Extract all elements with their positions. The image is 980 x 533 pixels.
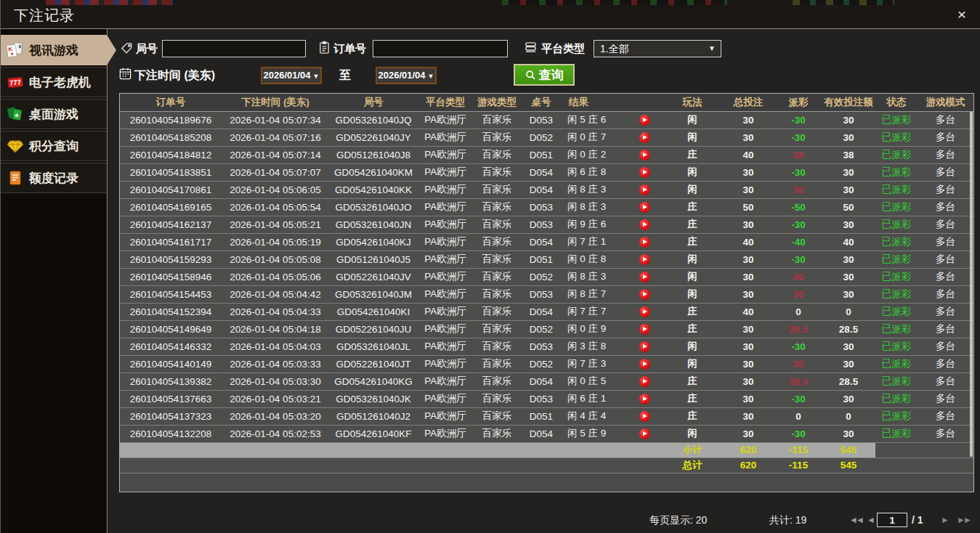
header-game-type: 游戏类型 bbox=[473, 94, 521, 111]
cell-payout: 0 bbox=[775, 303, 822, 320]
cell-table-no: D054 bbox=[521, 163, 562, 181]
sidebar-item-slots[interactable]: 777 电子老虎机 bbox=[1, 67, 107, 97]
cell-result: 闲 0 庄 2 bbox=[562, 146, 625, 163]
play-video-icon[interactable] bbox=[625, 407, 663, 425]
cell-order-no: 260104054189676 bbox=[120, 111, 222, 129]
search-button[interactable]: 查询 bbox=[514, 64, 575, 86]
cell-table-no: D052 bbox=[521, 268, 562, 285]
cell-status: 已派彩 bbox=[875, 407, 918, 425]
cell-valid-bet: 30 bbox=[822, 129, 875, 146]
cell-result: 闲 6 庄 1 bbox=[562, 390, 625, 407]
table-row[interactable]: 2601040541592932026-01-04 05:05:08GD0512… bbox=[120, 251, 973, 268]
play-video-icon[interactable] bbox=[625, 233, 663, 251]
bet-time-label: 下注时间 (美东) bbox=[134, 65, 215, 86]
play-video-icon[interactable] bbox=[625, 355, 663, 373]
table-row[interactable]: 2601040541496492026-01-04 05:04:18GD0522… bbox=[120, 320, 973, 338]
play-video-icon[interactable] bbox=[625, 303, 663, 320]
play-video-icon[interactable] bbox=[625, 268, 663, 285]
play-video-icon[interactable] bbox=[625, 198, 663, 216]
table-games-icon: ♣ bbox=[7, 106, 24, 122]
play-video-icon[interactable] bbox=[625, 181, 663, 198]
table-row[interactable]: 2601040541376632026-01-04 05:03:21GD0532… bbox=[120, 390, 973, 407]
cell-total-bet: 30 bbox=[721, 216, 775, 233]
cell-bet-time: 2026-01-04 05:05:54 bbox=[222, 198, 329, 216]
cell-round-no: GD051261040J2 bbox=[329, 407, 418, 425]
order-no-input[interactable] bbox=[373, 40, 508, 57]
round-no-input[interactable] bbox=[162, 40, 306, 57]
background-page-fragment bbox=[502, 0, 727, 5]
cell-round-no: GD053261040JK bbox=[329, 390, 418, 407]
table-body: 2601040541896762026-01-04 05:07:34GD0532… bbox=[120, 111, 973, 442]
table-row[interactable]: 2601040541544532026-01-04 05:04:42GD0532… bbox=[120, 285, 973, 303]
sidebar-item-table-games[interactable]: ♣ 桌面游戏 bbox=[1, 99, 107, 129]
cell-round-no: GD054261040KI bbox=[329, 303, 418, 320]
sidebar-item-live-games[interactable]: 9 K♥ 视讯游戏 bbox=[1, 35, 107, 65]
table-row[interactable]: 2601040541838512026-01-04 05:07:07GD0542… bbox=[120, 163, 973, 181]
sidebar-item-points[interactable]: 积分查询 bbox=[1, 131, 107, 161]
page-number-input[interactable] bbox=[877, 513, 907, 527]
cell-valid-bet: 28.5 bbox=[822, 373, 875, 390]
cell-result: 闲 0 庄 9 bbox=[562, 320, 625, 338]
table-row[interactable]: 2601040541401492026-01-04 05:03:33GD0522… bbox=[120, 355, 973, 373]
play-video-icon[interactable] bbox=[625, 251, 663, 268]
cell-result: 闲 7 庄 7 bbox=[562, 303, 625, 320]
table-scrollbar[interactable] bbox=[970, 112, 973, 457]
date-from-select[interactable]: 2026/01/04▼ bbox=[261, 67, 322, 84]
cell-total-bet: 30 bbox=[721, 355, 775, 373]
table-row[interactable]: 2601040541463322026-01-04 05:04:03GD0532… bbox=[120, 338, 973, 355]
play-video-icon[interactable] bbox=[625, 146, 663, 163]
cell-platform: PA欧洲厅 bbox=[418, 198, 473, 216]
last-page-icon[interactable]: ►► bbox=[957, 511, 970, 529]
cell-status: 已派彩 bbox=[875, 233, 918, 251]
play-video-icon[interactable] bbox=[625, 338, 663, 355]
date-to-select[interactable]: 2026/01/04▼ bbox=[376, 67, 437, 84]
cell-table-no: D054 bbox=[521, 303, 562, 320]
cell-payout: 28.5 bbox=[775, 320, 822, 338]
platform-type-select[interactable]: 1.全部 ▼ bbox=[594, 40, 721, 57]
table-row[interactable]: 2601040541691652026-01-04 05:05:54GD0532… bbox=[120, 198, 973, 216]
next-page-icon[interactable]: ► bbox=[941, 511, 949, 529]
cell-result: 闲 0 庄 5 bbox=[562, 373, 625, 390]
play-video-icon[interactable] bbox=[625, 216, 663, 233]
table-row[interactable]: 2601040541708612026-01-04 05:06:05GD0542… bbox=[120, 181, 973, 198]
play-video-icon[interactable] bbox=[625, 373, 663, 390]
cell-payout: 38 bbox=[775, 146, 822, 163]
cell-bet-time: 2026-01-04 05:03:21 bbox=[222, 390, 329, 407]
first-page-icon[interactable]: ◄◄ bbox=[849, 511, 862, 529]
play-video-icon[interactable] bbox=[625, 163, 663, 181]
table-row[interactable]: 2601040541393822026-01-04 05:03:30GD0542… bbox=[120, 373, 973, 390]
cell-bet-time: 2026-01-04 05:02:53 bbox=[222, 425, 329, 442]
table-row[interactable]: 2601040541852082026-01-04 05:07:16GD0522… bbox=[120, 129, 973, 146]
table-row[interactable]: 2601040541621372026-01-04 05:05:21GD0532… bbox=[120, 216, 973, 233]
play-video-icon[interactable] bbox=[625, 320, 663, 338]
cell-round-no: GD052261040JY bbox=[329, 129, 418, 146]
table-row[interactable]: 2601040541523942026-01-04 05:04:33GD0542… bbox=[120, 303, 973, 320]
cell-total-bet: 30 bbox=[721, 338, 775, 355]
play-video-icon[interactable] bbox=[625, 285, 663, 303]
play-video-icon[interactable] bbox=[625, 129, 663, 146]
cell-total-bet: 40 bbox=[721, 146, 775, 163]
cell-game-type: 百家乐 bbox=[473, 251, 521, 268]
cell-valid-bet: 30 bbox=[822, 390, 875, 407]
cell-bet-time: 2026-01-04 05:04:33 bbox=[222, 303, 329, 320]
cell-result: 闲 5 庄 9 bbox=[562, 425, 625, 442]
table-row[interactable]: 2601040541617172026-01-04 05:05:19GD0542… bbox=[120, 233, 973, 251]
table-row[interactable]: 2601040541322082026-01-04 05:02:53GD0542… bbox=[120, 425, 973, 442]
close-icon[interactable]: × bbox=[953, 6, 971, 23]
sidebar-item-credit-records[interactable]: 额度记录 bbox=[1, 163, 107, 193]
table-row[interactable]: 2601040541896762026-01-04 05:07:34GD0532… bbox=[120, 111, 973, 129]
play-video-icon[interactable] bbox=[625, 425, 663, 442]
play-video-icon[interactable] bbox=[625, 111, 663, 129]
cell-platform: PA欧洲厅 bbox=[418, 407, 473, 425]
cell-payout: -30 bbox=[775, 338, 822, 355]
table-row[interactable]: 2601040541373232026-01-04 05:03:20GD0512… bbox=[120, 407, 973, 425]
cell-round-no: GD051261040J8 bbox=[329, 146, 418, 163]
subtotal-row: 小计 620 -115 545 bbox=[120, 442, 973, 457]
table-row[interactable]: 2601040541848122026-01-04 05:07:14GD0512… bbox=[120, 146, 973, 163]
table-row[interactable]: 2601040541589462026-01-04 05:05:06GD0522… bbox=[120, 268, 973, 285]
prev-page-icon[interactable]: ◄ bbox=[867, 511, 875, 529]
cell-play: 庄 bbox=[663, 407, 721, 425]
play-video-icon[interactable] bbox=[625, 390, 663, 407]
cell-play: 庄 bbox=[663, 373, 721, 390]
active-tab-arrow bbox=[107, 35, 116, 65]
